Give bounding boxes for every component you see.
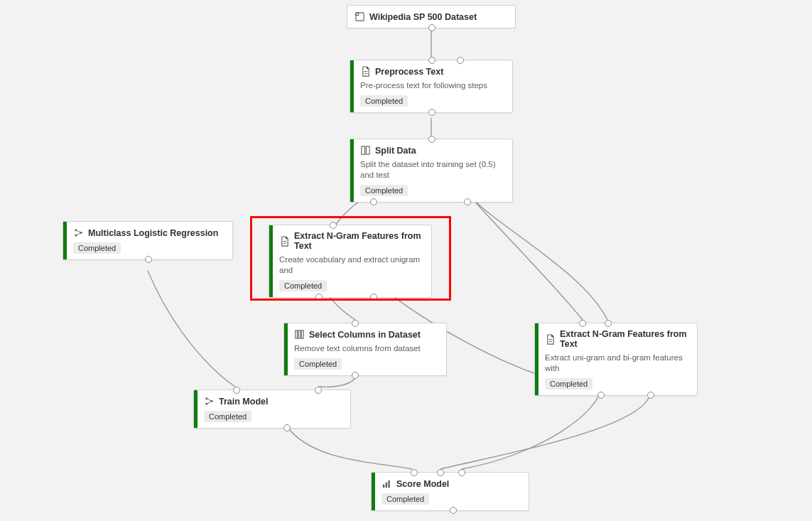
output-port[interactable] xyxy=(450,507,457,514)
svg-rect-9 xyxy=(301,331,303,338)
output-port[interactable] xyxy=(428,24,435,31)
input-port[interactable] xyxy=(428,57,435,64)
status-badge: Completed xyxy=(360,185,408,196)
svg-rect-7 xyxy=(296,331,298,338)
document-icon xyxy=(360,66,371,77)
status-badge: Completed xyxy=(545,378,592,390)
status-bar xyxy=(350,139,354,202)
node-wikipedia-dataset[interactable]: Wikipedia SP 500 Dataset xyxy=(347,5,516,28)
output-port[interactable] xyxy=(464,198,471,205)
input-port[interactable] xyxy=(605,320,612,327)
node-split-data[interactable]: Split Data Split the dataset into traini… xyxy=(350,139,513,203)
node-description: Create vocabulary and extract unigram an… xyxy=(279,254,424,276)
pipeline-canvas[interactable]: Wikipedia SP 500 Dataset Preprocess Text… xyxy=(0,0,812,521)
node-score-model[interactable]: Score Model Completed xyxy=(371,472,529,511)
node-train-model[interactable]: Train Model Completed xyxy=(193,390,351,429)
split-icon xyxy=(360,145,371,156)
input-port[interactable] xyxy=(579,320,586,327)
node-title: Extract N-Gram Features from Text xyxy=(560,329,690,349)
svg-rect-3 xyxy=(366,146,369,154)
dataset-icon xyxy=(354,11,365,22)
node-title: Train Model xyxy=(219,397,268,407)
input-port[interactable] xyxy=(315,387,322,394)
node-description: Extract uni-gram and bi-gram features wi… xyxy=(545,353,690,374)
input-port[interactable] xyxy=(458,469,465,476)
node-title: Preprocess Text xyxy=(375,67,443,77)
node-extract-ngram-features-2[interactable]: Extract N-Gram Features from Text Extrac… xyxy=(534,323,698,396)
status-badge: Completed xyxy=(294,358,342,370)
status-bar xyxy=(63,222,67,259)
node-preprocess-text[interactable]: Preprocess Text Pre-process text for fol… xyxy=(350,60,513,113)
output-port[interactable] xyxy=(370,198,377,205)
node-select-columns[interactable]: Select Columns in Dataset Remove text co… xyxy=(283,323,447,376)
status-badge: Completed xyxy=(204,411,251,422)
input-port[interactable] xyxy=(457,57,464,64)
svg-rect-15 xyxy=(388,480,389,488)
document-icon xyxy=(279,236,290,247)
node-title: Split Data xyxy=(375,146,416,156)
status-bar xyxy=(284,323,288,375)
document-icon xyxy=(545,334,556,345)
svg-rect-2 xyxy=(362,146,365,154)
input-port[interactable] xyxy=(352,320,359,327)
train-icon xyxy=(204,396,215,407)
svg-rect-0 xyxy=(356,13,364,21)
status-bar xyxy=(372,473,375,510)
status-badge: Completed xyxy=(360,95,408,107)
node-multiclass-logistic-regression[interactable]: Multiclass Logistic Regression Completed xyxy=(63,221,233,260)
output-port[interactable] xyxy=(352,372,359,379)
svg-rect-14 xyxy=(386,483,387,488)
node-title: Multiclass Logistic Regression xyxy=(88,228,218,238)
output-port[interactable] xyxy=(283,424,291,431)
status-bar xyxy=(269,225,273,297)
output-port[interactable] xyxy=(315,294,323,301)
status-badge: Completed xyxy=(73,242,121,254)
model-icon xyxy=(73,227,84,238)
status-badge: Completed xyxy=(279,280,327,291)
input-port[interactable] xyxy=(428,136,435,143)
input-port[interactable] xyxy=(330,222,337,229)
output-port[interactable] xyxy=(647,392,654,399)
node-title: Select Columns in Dataset xyxy=(309,330,421,340)
score-icon xyxy=(381,478,392,489)
node-title: Score Model xyxy=(396,479,449,489)
columns-icon xyxy=(294,329,305,340)
node-description: Remove text columns from dataset xyxy=(294,343,439,354)
status-bar xyxy=(350,60,354,112)
svg-rect-8 xyxy=(298,331,301,338)
svg-rect-1 xyxy=(356,13,359,16)
status-bar xyxy=(535,323,538,395)
node-extract-ngram-features-1[interactable]: Extract N-Gram Features from Text Create… xyxy=(269,225,432,298)
input-port[interactable] xyxy=(411,469,418,476)
node-title: Extract N-Gram Features from Text xyxy=(294,231,424,251)
output-port[interactable] xyxy=(428,109,435,116)
output-port[interactable] xyxy=(145,256,152,263)
status-bar xyxy=(194,390,197,428)
output-port[interactable] xyxy=(597,392,605,399)
svg-rect-13 xyxy=(383,484,384,488)
input-port[interactable] xyxy=(437,469,444,476)
status-badge: Completed xyxy=(381,493,429,505)
node-title: Wikipedia SP 500 Dataset xyxy=(369,12,477,22)
node-description: Pre-process text for following steps xyxy=(360,80,505,91)
output-port[interactable] xyxy=(370,294,377,301)
input-port[interactable] xyxy=(233,387,240,394)
node-description: Split the dataset into training set (0.5… xyxy=(360,159,505,181)
